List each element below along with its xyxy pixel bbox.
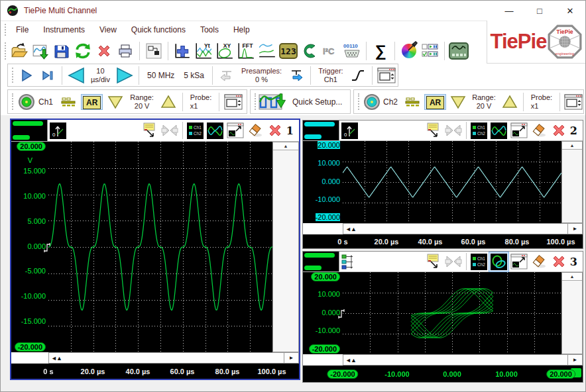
graph2-plot[interactable]	[343, 141, 561, 223]
quick-setup-icon[interactable]	[259, 93, 288, 111]
delete-button[interactable]	[93, 41, 115, 61]
channel-legend-icon[interactable]: Ch1Ch2	[469, 121, 489, 140]
channel-toggles-button[interactable]	[420, 41, 441, 61]
channel2-coupling-icon[interactable]	[402, 92, 422, 112]
scroll-left-icon[interactable]: ◄▲	[343, 357, 358, 364]
serial-protocol-button[interactable]: 00110	[341, 41, 363, 61]
graph2-vertical-scrollbar[interactable]: ▲	[561, 141, 583, 223]
axis-sources-icon[interactable]	[339, 252, 359, 271]
scroll-left-icon[interactable]: ◄▲	[49, 355, 64, 362]
open-in-window-icon[interactable]	[509, 121, 529, 140]
scroll-up-icon[interactable]: ▲	[562, 142, 582, 150]
graph1-horizontal-scrollbar[interactable]: ◄▲ ►	[48, 352, 299, 364]
eraser-icon[interactable]	[529, 252, 549, 271]
menu-help[interactable]: Help	[226, 25, 257, 34]
menu-instruments[interactable]: Instruments	[36, 25, 92, 34]
add-graph-button[interactable]	[172, 41, 193, 61]
comment-icon[interactable]	[424, 121, 443, 140]
close-graph-icon[interactable]	[549, 121, 569, 140]
axis-scale-icon[interactable]: 0	[339, 121, 359, 140]
fft-graph-button[interactable]: FFT	[235, 41, 257, 61]
menu-tools[interactable]: Tools	[193, 25, 226, 34]
trigger-level-marker[interactable]	[44, 242, 52, 253]
save-button[interactable]	[51, 41, 72, 61]
axis-scale-icon[interactable]: 0	[48, 121, 68, 140]
menu-view[interactable]: View	[92, 25, 124, 34]
trigger-level-marker[interactable]	[338, 308, 346, 319]
close-graph-icon[interactable]	[549, 252, 569, 271]
channel2-range-up-button[interactable]	[500, 92, 520, 112]
comment-icon[interactable]	[424, 252, 443, 271]
scroll-left-icon[interactable]: ◄▲	[343, 226, 358, 232]
channel1-coupling-icon[interactable]	[58, 92, 79, 112]
minimize-button[interactable]: —	[494, 1, 524, 21]
channel-legend-icon[interactable]: Ch1Ch2	[186, 121, 205, 140]
presamples-decrease-button[interactable]	[216, 66, 237, 85]
graph1-x-axis[interactable]: 0 s20.0 µs40.0 µs60.0 µs80.0 µs100.0 µs	[11, 364, 299, 379]
scroll-track[interactable]	[358, 224, 567, 234]
meter-button[interactable]: 123	[278, 41, 299, 61]
scroll-up-icon[interactable]: ▲	[273, 142, 298, 150]
scroll-right-icon[interactable]: ►	[567, 224, 582, 234]
scroll-track[interactable]	[358, 355, 567, 365]
graph3-y-axis[interactable]: 20.00010.0000.000-10.000-20.000	[303, 272, 343, 354]
xy-graph-button[interactable]: XY	[214, 41, 235, 61]
close-button[interactable]: ✕	[555, 1, 585, 21]
graph1-panel[interactable]: 0 Ch1Ch2 1 20.00015.00010.0005.0000.000-…	[10, 119, 300, 380]
timebase-faster-button[interactable]	[114, 66, 135, 85]
timebase-slower-button[interactable]	[66, 66, 87, 85]
refresh-button[interactable]	[72, 41, 93, 61]
object-tree-button[interactable]	[143, 41, 164, 61]
graph3-panel[interactable]: Ch1Ch2 3 20.00010.0000.000-10.000-20.000…	[302, 251, 583, 383]
instrument-settings-button[interactable]	[376, 66, 397, 85]
combined-graph-button[interactable]	[257, 41, 278, 61]
graph1-plot[interactable]	[48, 142, 272, 352]
channel2-range-down-button[interactable]	[448, 92, 468, 112]
scroll-right-icon[interactable]: ►	[567, 355, 582, 365]
close-graph-icon[interactable]	[265, 121, 285, 140]
eraser-icon[interactable]	[245, 121, 265, 140]
scroll-up-icon[interactable]: ▲	[562, 273, 582, 281]
scroll-right-icon[interactable]: ►	[284, 353, 298, 363]
quick-setup-button[interactable]: Quick Setup...	[288, 97, 347, 107]
menu-file[interactable]: File	[9, 25, 36, 34]
graph2-horizontal-scrollbar[interactable]: ◄▲ ►	[343, 223, 583, 234]
yt-graph-button[interactable]: Yt	[193, 41, 214, 61]
one-shot-button[interactable]	[37, 66, 58, 85]
eraser-icon[interactable]	[529, 121, 549, 140]
load-waveform-button[interactable]	[30, 41, 51, 61]
presamples-increase-button[interactable]	[286, 66, 307, 85]
channel1-autorange-button[interactable]: AR	[81, 94, 103, 110]
yt-mode-icon[interactable]	[489, 121, 509, 140]
print-button[interactable]	[115, 41, 136, 61]
maximize-button[interactable]: □	[524, 1, 555, 21]
graph3-horizontal-scrollbar[interactable]: ◄▲ ►	[343, 354, 583, 366]
graph2-panel[interactable]: 0 Ch1Ch2 2 20.00010.0000.000-10.000-20.0…	[302, 120, 583, 249]
channel1-bnc-icon[interactable]	[16, 92, 37, 112]
open-in-window-icon[interactable]	[509, 252, 529, 271]
trigger-edge-icon[interactable]	[347, 66, 369, 85]
comment-icon[interactable]	[140, 121, 160, 140]
graph3-x-axis[interactable]: -20.000-10.0000.00010.00020.000	[303, 366, 583, 382]
graph1-y-axis[interactable]: 20.00015.00010.0005.0000.000-5.000-10.00…	[11, 142, 48, 352]
graph1-vertical-scrollbar[interactable]: ▲	[272, 142, 299, 352]
open-file-button[interactable]	[9, 41, 30, 61]
channel2-settings-button[interactable]	[563, 92, 583, 112]
menu-quick-functions[interactable]: Quick functions	[124, 25, 193, 34]
graph2-thumbnail[interactable]	[303, 121, 339, 140]
color-settings-button[interactable]	[398, 41, 420, 61]
i2c-button[interactable]: I²C	[320, 41, 341, 61]
graph3-plot[interactable]	[343, 272, 561, 354]
math-sigma-button[interactable]: ∑	[370, 41, 391, 61]
channel2-autorange-button[interactable]: AR	[424, 94, 446, 110]
xy-mode-icon-selected[interactable]	[489, 252, 509, 271]
graph3-vertical-scrollbar[interactable]: ▲	[561, 272, 583, 354]
graph2-y-axis[interactable]: 20.00010.0000.000-10.000-20.000	[303, 141, 343, 223]
channel-legend-icon[interactable]: Ch1Ch2	[469, 252, 489, 271]
graph1-thumbnail[interactable]	[11, 120, 48, 141]
channel1-range-up-button[interactable]	[158, 92, 179, 112]
channel1-range-down-button[interactable]	[105, 92, 126, 112]
open-in-window-icon[interactable]	[225, 121, 245, 140]
scroll-track[interactable]	[64, 353, 284, 363]
generator-instrument-button[interactable]	[448, 41, 469, 61]
